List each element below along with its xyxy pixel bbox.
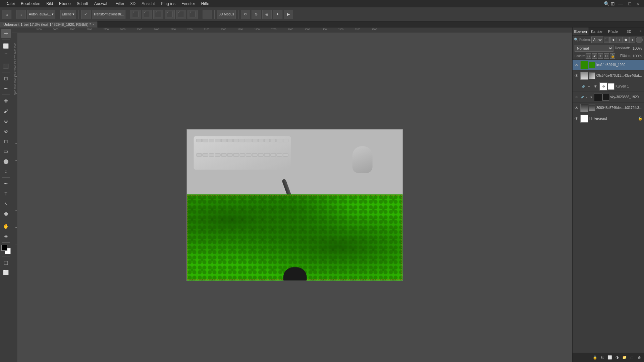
lock-transparent-button[interactable]: ⬚ bbox=[586, 53, 591, 59]
shape-tool[interactable]: ⬟ bbox=[1, 209, 11, 219]
tool-toggle-button[interactable]: ↕ bbox=[16, 10, 26, 19]
rotate-button[interactable]: ↺ bbox=[241, 10, 250, 19]
menu-bearbeiten[interactable]: Bearbeiten bbox=[18, 1, 43, 7]
layer-item[interactable]: 👁 09c540a4f70d13...43ce46bd18f3f2 bbox=[573, 70, 644, 81]
canvas-image[interactable] bbox=[187, 129, 403, 281]
hand-tool[interactable]: ✋ bbox=[1, 222, 11, 231]
workspace-icon[interactable]: ⊞ bbox=[611, 1, 615, 6]
layer-visibility-6[interactable]: 👁 bbox=[574, 116, 579, 121]
align-top-button[interactable]: ⬛ bbox=[165, 10, 175, 19]
color-swatch[interactable] bbox=[1, 245, 11, 254]
layer-visibility-1[interactable]: 👁 bbox=[574, 62, 579, 68]
type-tool[interactable]: T bbox=[1, 189, 11, 198]
marquee-tool[interactable]: ⬜ bbox=[1, 41, 11, 51]
menu-filter[interactable]: Filter bbox=[113, 1, 127, 7]
menu-hilfe[interactable]: Hilfe bbox=[199, 1, 212, 7]
minimize-button[interactable]: — bbox=[616, 1, 625, 6]
zoom-reset-button[interactable]: ⊕ bbox=[252, 10, 261, 19]
adjustment-button[interactable]: ◑ bbox=[614, 354, 621, 361]
doc-tab-close[interactable]: × bbox=[92, 23, 94, 26]
quick-mask-tool[interactable]: ⬚ bbox=[1, 258, 11, 267]
menu-bild[interactable]: Bild bbox=[44, 1, 56, 7]
menu-ebene[interactable]: Ebene bbox=[56, 1, 73, 7]
layer-item[interactable]: 👁 leaf-1482948_1920 bbox=[573, 60, 644, 70]
layer-visibility-4[interactable]: 👁 bbox=[574, 95, 579, 100]
menu-3d[interactable]: 3D bbox=[128, 1, 138, 7]
home-button[interactable]: ⌂ bbox=[2, 10, 11, 19]
menu-ansicht[interactable]: Ansicht bbox=[139, 1, 157, 7]
canvas-viewport[interactable] bbox=[17, 33, 572, 362]
lasso-tool[interactable]: ⌒ bbox=[1, 51, 11, 61]
extra-button[interactable]: ▶ bbox=[284, 10, 293, 19]
layer-visibility-5[interactable]: 👁 bbox=[574, 105, 579, 111]
quick-select-tool[interactable]: ⬛ bbox=[1, 61, 11, 71]
brush-tool[interactable]: 🖌 bbox=[1, 106, 11, 116]
filter-smart-button[interactable]: ● bbox=[629, 37, 635, 43]
menu-plugins[interactable]: Plug-ins bbox=[158, 1, 178, 7]
heal-tool[interactable]: ✚ bbox=[1, 96, 11, 106]
foreground-color[interactable] bbox=[1, 245, 7, 251]
layer-item[interactable]: 👁 Hintergrund 🔒 bbox=[573, 113, 644, 124]
panel-menu-button[interactable]: ≡ bbox=[637, 27, 644, 35]
auton-button[interactable]: Auton. auswi... ▾ bbox=[27, 10, 55, 19]
stamp-tool[interactable]: ⊕ bbox=[1, 116, 11, 126]
filter-adj-button[interactable]: ◑ bbox=[610, 37, 616, 43]
snap-button[interactable]: ✦ bbox=[273, 10, 282, 19]
filter-pixel-button[interactable]: ⬛ bbox=[604, 37, 610, 43]
filter-type-button[interactable]: T bbox=[616, 37, 623, 43]
filter-toggle[interactable] bbox=[636, 37, 643, 43]
crop-tool[interactable]: ⊡ bbox=[1, 74, 11, 83]
lock-layer-button[interactable]: 🔒 bbox=[592, 354, 598, 361]
eyedropper-tool[interactable]: ✒ bbox=[1, 84, 11, 93]
tab-ebenen[interactable]: Ebenen bbox=[573, 27, 589, 35]
menu-schrift[interactable]: Schrift bbox=[74, 1, 91, 7]
align-left-button[interactable]: ⬛ bbox=[130, 10, 141, 19]
blur-tool[interactable]: ⬤ bbox=[1, 157, 11, 166]
align-bottom-button[interactable]: ⬛ bbox=[187, 10, 198, 19]
lock-image-button[interactable]: 🖌 bbox=[592, 53, 597, 59]
layer-item[interactable]: 🔗 ✒ 👁 ◑ Kurven 1 bbox=[573, 81, 644, 92]
group-button[interactable]: 📁 bbox=[621, 354, 628, 361]
menu-auswahl[interactable]: Auswahl bbox=[92, 1, 112, 7]
doc-tab[interactable]: Unbenant-1 bei 17,3% (leaf-1482948_1920,… bbox=[0, 21, 98, 27]
layer-visibility-2[interactable]: 👁 bbox=[574, 73, 579, 78]
lock-artboard-button[interactable]: ⊡ bbox=[604, 53, 609, 59]
history-brush-tool[interactable]: ⊘ bbox=[1, 126, 11, 136]
lock-position-button[interactable]: ✛ bbox=[598, 53, 603, 59]
close-button[interactable]: × bbox=[635, 1, 641, 6]
add-mask-button[interactable]: ⬜ bbox=[606, 354, 613, 361]
gradient-tool[interactable]: ▭ bbox=[1, 146, 11, 156]
pen-tool[interactable]: ✒ bbox=[1, 179, 11, 188]
blend-mode-dropdown[interactable]: Normal bbox=[575, 45, 613, 52]
path-select-tool[interactable]: ↖ bbox=[1, 199, 11, 208]
eraser-tool[interactable]: ◻ bbox=[1, 136, 11, 146]
screen-mode-tool[interactable]: ⬜ bbox=[1, 268, 11, 277]
layer-item[interactable]: 👁 🔗 ● ◑ sky-3023856_1920... bbox=[573, 92, 644, 103]
menu-fenster[interactable]: Fenster bbox=[179, 1, 198, 7]
menu-datei[interactable]: Datei bbox=[3, 1, 17, 7]
3d-mode-button[interactable]: 3D Modus bbox=[217, 10, 236, 19]
move-tool[interactable]: ✛ bbox=[1, 29, 11, 38]
ebene-dropdown[interactable]: Ebene ▾ bbox=[60, 10, 76, 19]
tab-3d[interactable]: 3D bbox=[621, 27, 637, 35]
filter-kind-dropdown[interactable]: Art bbox=[591, 37, 603, 43]
align-center-button[interactable]: ⬛ bbox=[142, 10, 152, 19]
tab-pfade[interactable]: Pfade bbox=[605, 27, 621, 35]
layer-item[interactable]: 👁 306048a5746dec...b3172fb3a6c08 bbox=[573, 103, 644, 113]
fx-button[interactable]: fx bbox=[599, 354, 606, 361]
transformations-button[interactable]: Transformationsstr... bbox=[92, 10, 126, 19]
tab-kanaele[interactable]: Kanäle bbox=[589, 27, 605, 35]
layer-visibility-3[interactable]: 👁 bbox=[593, 84, 598, 89]
align-middle-button[interactable]: ⬛ bbox=[176, 10, 186, 19]
check-button[interactable]: ✓ bbox=[81, 10, 91, 19]
lock-all-button[interactable]: 🔒 bbox=[610, 53, 615, 59]
search-icon[interactable]: 🔍 bbox=[604, 1, 609, 6]
filter-shape-button[interactable]: ⬟ bbox=[623, 37, 629, 43]
new-layer-button[interactable]: □ bbox=[629, 354, 635, 361]
delete-layer-button[interactable]: 🗑 bbox=[636, 354, 643, 361]
maximize-button[interactable]: □ bbox=[626, 1, 633, 6]
zoom-tool[interactable]: ⊕ bbox=[1, 232, 11, 241]
align-right-button[interactable]: ⬛ bbox=[153, 10, 163, 19]
dodge-tool[interactable]: ○ bbox=[1, 167, 11, 176]
overlay-button[interactable]: ◎ bbox=[262, 10, 272, 19]
